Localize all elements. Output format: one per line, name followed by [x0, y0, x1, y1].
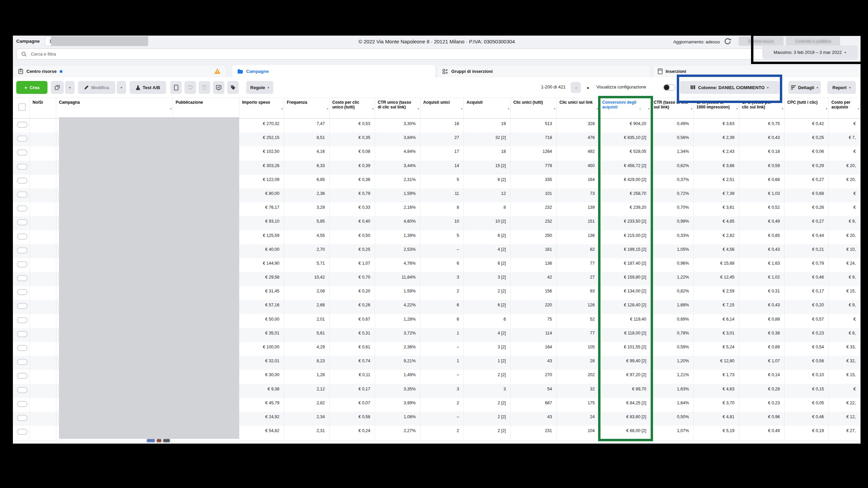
metric-cell: € 83,60 [2]: [599, 412, 651, 426]
column-header[interactable]: Clic unici sul link▾: [557, 98, 599, 118]
tag-button[interactable]: [227, 81, 239, 94]
campaign-toggle[interactable]: [17, 191, 27, 198]
campaign-toggle[interactable]: [17, 359, 27, 365]
column-header[interactable]: CPM (costo di 1000 impression)▾: [694, 98, 739, 118]
discard-draft-button[interactable]: Elimina bozza: [738, 37, 784, 46]
campaign-toggle[interactable]: [17, 205, 27, 211]
metric-cell: € 0,70: [330, 272, 375, 286]
column-header[interactable]: Conversioni degli acquisti↓▾: [599, 98, 651, 118]
campaign-toggle[interactable]: [17, 247, 27, 253]
campaign-toggle[interactable]: [17, 178, 27, 184]
ab-test-label: Test A/B: [143, 85, 160, 90]
search-bar[interactable]: [16, 48, 857, 60]
metric-cell: € 122,09: [239, 175, 284, 188]
undo-button[interactable]: [184, 81, 196, 94]
prev-page-button[interactable]: ◂: [571, 82, 581, 93]
next-page-button[interactable]: ▸: [583, 82, 593, 93]
campaign-toggle[interactable]: [17, 401, 27, 407]
tab-label: Gruppi di inserzioni: [451, 69, 493, 74]
metric-cell: 0,82%: [651, 286, 694, 300]
metric-cell: € 50,00: [239, 314, 284, 328]
campaign-toggle[interactable]: [17, 275, 27, 281]
review-publish-button[interactable]: Controlla e pubblica: [786, 37, 840, 46]
metric-cell: € 1,63: [739, 258, 785, 272]
metric-cell: € 0,23: [739, 398, 785, 412]
edit-menu-button[interactable]: ▾: [117, 81, 126, 94]
column-header[interactable]: Campagna▾: [56, 98, 173, 118]
column-header[interactable]: Acquisti unici▾: [420, 98, 464, 118]
column-header[interactable]: Costo per acquisto▾: [829, 98, 861, 118]
campaign-toggle[interactable]: [17, 261, 27, 267]
metric-cell: 476: [557, 133, 599, 146]
campaign-toggle[interactable]: [17, 331, 27, 337]
rules-button[interactable]: Regole ▾: [246, 81, 273, 94]
column-header[interactable]: CPC (costo per clic sul link)▾: [739, 98, 785, 118]
campaign-toggle[interactable]: [17, 303, 27, 309]
campaign-toggle[interactable]: [17, 345, 27, 351]
campaign-toggle[interactable]: [17, 233, 27, 240]
column-header[interactable]: Acquisti▾: [464, 98, 511, 118]
campaign-toggle[interactable]: [17, 136, 27, 142]
column-header[interactable]: CTR unico (tasso di clic sul link)▾: [375, 98, 420, 118]
column-header-checkbox[interactable]: [13, 98, 30, 118]
edit-button[interactable]: Modifica: [78, 81, 115, 94]
tab-campaigns[interactable]: Campagne: [232, 65, 435, 77]
chevron-down-icon: ▾: [691, 107, 692, 110]
column-header[interactable]: Pubblicazione: [173, 98, 239, 118]
campaign-toggle[interactable]: [17, 415, 27, 421]
date-range-selector[interactable]: Massimo: 3 feb 2019 – 3 mar 2022 ▾: [762, 45, 857, 59]
tab-ads[interactable]: Inserzioni: [653, 65, 861, 77]
toolbar: + Crea ▾ Modifica ▾ Test A/B: [13, 77, 861, 98]
charts-icon: [216, 85, 221, 90]
duplicate-menu-button[interactable]: ▾: [65, 81, 75, 94]
preview-button[interactable]: [170, 81, 182, 94]
report-button[interactable]: Report ▾: [827, 81, 856, 94]
campaign-toggle[interactable]: [17, 387, 27, 393]
metric-cell: 2 [2]: [464, 286, 511, 300]
create-button[interactable]: + Crea: [16, 81, 47, 94]
metric-cell: 11,84%: [375, 272, 420, 286]
columns-button[interactable]: Colonne: DANIEL CIOMMIENTO ▾: [680, 81, 780, 94]
campaign-toggle[interactable]: [17, 289, 27, 295]
review-publish-label: Controlla e pubblica: [795, 39, 831, 44]
column-header[interactable]: Clic unici (tutti)▾: [511, 98, 557, 118]
delete-button[interactable]: [199, 81, 210, 94]
metric-cell: € 0,67: [330, 314, 375, 328]
column-header[interactable]: CPC (tutti i clic)▾: [785, 98, 829, 118]
ads-manager-window: Campagne 1 © 2022 Via Monte Napoleone 8 …: [13, 36, 861, 444]
chevron-down-icon: ▾: [461, 107, 462, 110]
clipboard-icon: [18, 68, 23, 74]
metric-cell: € 31,45: [239, 286, 284, 300]
campaign-toggle[interactable]: [17, 429, 27, 435]
column-header[interactable]: No/Sì: [30, 98, 56, 118]
on-off-cell: [30, 202, 56, 216]
tab-resource-center[interactable]: Centro risorse: [13, 65, 226, 77]
campaign-toggle[interactable]: [17, 317, 27, 323]
campaign-toggle[interactable]: [17, 164, 27, 170]
on-off-cell: [30, 244, 56, 258]
row-select-cell: [13, 314, 30, 328]
chevron-down-icon: ▾: [844, 50, 846, 54]
column-header[interactable]: Frequenza▾: [284, 98, 330, 118]
search-input[interactable]: [30, 51, 710, 57]
metric-cell: 2: [420, 426, 464, 440]
ab-test-button[interactable]: Test A/B: [130, 81, 166, 94]
metric-cell: 1,21%: [651, 370, 694, 384]
details-button[interactable]: Dettagli ▾: [788, 81, 821, 94]
refresh-icon[interactable]: [724, 38, 732, 46]
metric-cell: 42: [511, 272, 557, 286]
undo-icon: [188, 85, 193, 90]
select-all-checkbox[interactable]: [18, 103, 26, 111]
column-header[interactable]: Importo speso▾: [239, 98, 284, 118]
column-header[interactable]: Costo per clic unico (tutti)▾: [330, 98, 375, 118]
campaign-toggle[interactable]: [17, 149, 27, 156]
view-setup-toggle[interactable]: [663, 84, 675, 91]
campaign-toggle[interactable]: [17, 219, 27, 225]
metric-cell: 161: [511, 244, 557, 258]
duplicate-button[interactable]: [51, 81, 64, 94]
campaign-toggle[interactable]: [17, 373, 27, 379]
charts-button[interactable]: [213, 81, 224, 94]
column-header[interactable]: CTR (tasso di clic sul link)▾: [651, 98, 694, 118]
campaign-toggle[interactable]: [17, 122, 27, 128]
tab-adsets[interactable]: Gruppi di inserzioni: [437, 65, 650, 77]
